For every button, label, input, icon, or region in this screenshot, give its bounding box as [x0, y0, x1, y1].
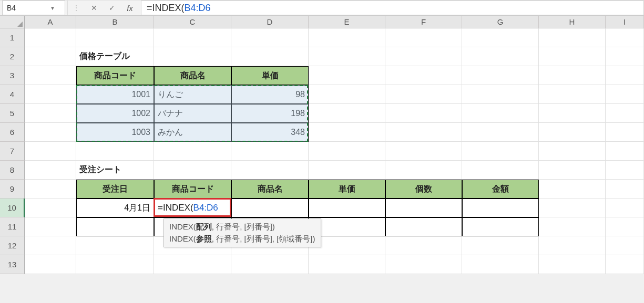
cell-A8[interactable] [25, 161, 76, 180]
row-header-6[interactable]: 6 [0, 123, 25, 142]
row-header-12[interactable]: 12 [0, 236, 25, 255]
cell-G8[interactable] [462, 161, 539, 180]
cell-C6[interactable]: みかん [154, 123, 231, 142]
cell-D2[interactable] [231, 47, 309, 66]
cell-F5[interactable] [385, 104, 462, 123]
cell-A2[interactable] [25, 47, 76, 66]
cell-H8[interactable] [539, 161, 606, 180]
cell-E1[interactable] [309, 28, 385, 47]
cell-A9[interactable] [25, 180, 76, 198]
cell-C4[interactable]: りんご [154, 85, 231, 104]
cell-E4[interactable] [309, 85, 385, 104]
row-header-9[interactable]: 9 [0, 180, 25, 198]
cell-C7[interactable] [154, 142, 231, 161]
cell-A3[interactable] [25, 66, 76, 85]
cell-B9[interactable]: 受注日 [76, 180, 154, 198]
col-header-B[interactable]: B [76, 16, 154, 28]
col-header-G[interactable]: G [462, 16, 539, 28]
cell-H1[interactable] [539, 28, 606, 47]
cell-G3[interactable] [462, 66, 539, 85]
cell-A12[interactable] [25, 236, 76, 255]
cell-D10[interactable] [231, 198, 309, 217]
cell-H6[interactable] [539, 123, 606, 142]
cell-C3[interactable]: 商品名 [154, 66, 231, 85]
cell-A5[interactable] [25, 104, 76, 123]
cell-A7[interactable] [25, 142, 76, 161]
cell-I13[interactable] [606, 255, 644, 274]
cell-G5[interactable] [462, 104, 539, 123]
row-header-10[interactable]: 10 [0, 198, 25, 217]
row-header-1[interactable]: 1 [0, 28, 25, 47]
cell-B6[interactable]: 1003 [76, 123, 154, 142]
cell-I1[interactable] [606, 28, 644, 47]
col-header-C[interactable]: C [154, 16, 231, 28]
cell-G13[interactable] [462, 255, 539, 274]
cell-F11[interactable] [385, 217, 462, 236]
cell-F3[interactable] [385, 66, 462, 85]
cell-D8[interactable] [231, 161, 309, 180]
cell-F9[interactable]: 個数 [385, 180, 462, 198]
cell-I3[interactable] [606, 66, 644, 85]
row-header-2[interactable]: 2 [0, 47, 25, 66]
name-box[interactable] [3, 1, 50, 15]
cell-H12[interactable] [539, 236, 606, 255]
cell-H5[interactable] [539, 104, 606, 123]
cell-E13[interactable] [309, 255, 385, 274]
cell-B3[interactable]: 商品コード [76, 66, 154, 85]
cell-I8[interactable] [606, 161, 644, 180]
col-header-A[interactable]: A [25, 16, 76, 28]
row-header-8[interactable]: 8 [0, 161, 25, 180]
cell-B4[interactable]: 1001 [76, 85, 154, 104]
chevron-down-icon[interactable]: ▼ [50, 5, 55, 11]
cell-A6[interactable] [25, 123, 76, 142]
cell-C2[interactable] [154, 47, 231, 66]
cell-I10[interactable] [606, 198, 644, 217]
cell-I11[interactable] [606, 217, 644, 236]
row-header-13[interactable]: 13 [0, 255, 25, 274]
col-header-H[interactable]: H [539, 16, 606, 28]
cell-B2[interactable]: 価格テーブル [76, 47, 154, 66]
cell-I7[interactable] [606, 142, 644, 161]
cell-D13[interactable] [231, 255, 309, 274]
cell-B7[interactable] [76, 142, 154, 161]
cell-G11[interactable] [462, 217, 539, 236]
cell-E9[interactable]: 単価 [309, 180, 385, 198]
cell-A10[interactable] [25, 198, 76, 217]
row-header-5[interactable]: 5 [0, 104, 25, 123]
cell-A1[interactable] [25, 28, 76, 47]
cell-A13[interactable] [25, 255, 76, 274]
cell-H3[interactable] [539, 66, 606, 85]
name-box-wrap[interactable]: ▼ [2, 1, 65, 15]
cell-H10[interactable] [539, 198, 606, 217]
row-header-3[interactable]: 3 [0, 66, 25, 85]
cell-B8[interactable]: 受注シート [76, 161, 154, 180]
cell-D3[interactable]: 単価 [231, 66, 309, 85]
cell-I12[interactable] [606, 236, 644, 255]
cell-I5[interactable] [606, 104, 644, 123]
cell-E10[interactable] [309, 198, 385, 217]
cell-C1[interactable] [154, 28, 231, 47]
cell-G10[interactable] [462, 198, 539, 217]
cell-D9[interactable]: 商品名 [231, 180, 309, 198]
cell-A11[interactable] [25, 217, 76, 236]
cell-C8[interactable] [154, 161, 231, 180]
cell-H2[interactable] [539, 47, 606, 66]
col-header-E[interactable]: E [309, 16, 385, 28]
cell-B12[interactable] [76, 236, 154, 255]
enter-button[interactable]: ✓ [103, 1, 121, 15]
cell-G9[interactable]: 金額 [462, 180, 539, 198]
cell-I9[interactable] [606, 180, 644, 198]
spreadsheet-grid[interactable]: A B C D E F G H I 1 2 価格テーブル 3 [0, 16, 644, 274]
col-header-F[interactable]: F [385, 16, 462, 28]
formula-input[interactable]: =INDEX(B4:D6 [141, 1, 644, 15]
row-header-7[interactable]: 7 [0, 142, 25, 161]
cell-B5[interactable]: 1002 [76, 104, 154, 123]
cell-E8[interactable] [309, 161, 385, 180]
cell-D4[interactable]: 98 [231, 85, 309, 104]
cell-F10[interactable] [385, 198, 462, 217]
cell-H13[interactable] [539, 255, 606, 274]
col-header-I[interactable]: I [606, 16, 644, 28]
cell-E6[interactable] [309, 123, 385, 142]
cell-G1[interactable] [462, 28, 539, 47]
cell-D6[interactable]: 348 [231, 123, 309, 142]
